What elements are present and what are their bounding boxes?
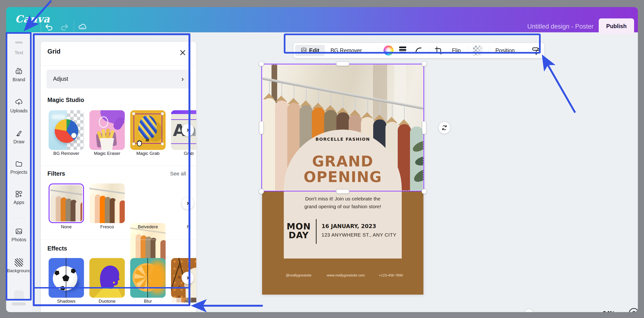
selection-corner-handle[interactable]: [422, 189, 427, 194]
magic-grab-thumb[interactable]: [130, 110, 166, 150]
undo-icon[interactable]: [44, 22, 54, 32]
toolbar-divider: [489, 46, 489, 55]
effect-label: Auto: [171, 299, 196, 304]
poster-subtitle[interactable]: Don't miss it! Join us celebrate the gra…: [284, 195, 402, 210]
poster-footer-handle[interactable]: @reallygreatsite: [280, 273, 318, 277]
curve-icon[interactable]: [414, 46, 423, 55]
bg-remover-label: BG Remover: [330, 48, 362, 54]
selection-corner-handle[interactable]: [259, 189, 264, 194]
sidebar-item-text[interactable]: Text: [6, 42, 32, 56]
sidebar-item-draw[interactable]: Draw: [6, 129, 32, 144]
help-button[interactable]: ?: [629, 308, 638, 312]
zoom-level-value[interactable]: 24%: [596, 310, 622, 312]
sidebar-item-photos[interactable]: Photos: [6, 227, 32, 242]
selection-edge-handle-left[interactable]: [259, 121, 264, 134]
sidebar-item-uploads[interactable]: Uploads: [6, 98, 32, 114]
edit-button[interactable]: Edit: [295, 45, 325, 56]
crop-icon[interactable]: [434, 46, 443, 55]
magic-bg-remover-thumb[interactable]: [48, 110, 84, 150]
filters-heading: Filters: [48, 170, 65, 177]
sidebar-item-projects[interactable]: Projects: [6, 160, 32, 175]
flip-button[interactable]: Flip: [452, 43, 461, 58]
topbar-divider: [40, 21, 41, 33]
poster-footer-site[interactable]: www.reallygreatsite.com: [320, 273, 372, 277]
panel-title: Grid: [48, 48, 61, 55]
filter-label: None: [48, 224, 84, 229]
effect-blur-thumb[interactable]: [130, 258, 166, 298]
sidebar-item-label: Projects: [6, 169, 32, 175]
magic-eraser-thumb[interactable]: [90, 110, 125, 150]
top-bar: Canva Untitled design - Poster Publish: [6, 7, 638, 32]
selection-edge-handle-top[interactable]: [336, 62, 349, 66]
effect-duotone-thumb[interactable]: [90, 258, 125, 298]
sidebar-item-label: Background: [6, 268, 32, 273]
effect-label: Duotone: [90, 299, 125, 304]
poster-day-line2: DAY: [282, 231, 315, 240]
sidebar-item-apps[interactable]: Apps: [6, 190, 32, 205]
panel-divider: [41, 65, 196, 66]
redo-icon[interactable]: [60, 22, 69, 32]
magic-item-label: BG Remover: [48, 151, 84, 156]
sidebar-item-label: Brand: [6, 77, 32, 82]
selection-edge-handle-right[interactable]: [422, 121, 426, 134]
toolbar-divider: [429, 46, 429, 55]
image-toolbar: Edit BG Remover Flip Position: [294, 43, 544, 58]
selection-corner-handle[interactable]: [422, 61, 427, 66]
bg-remover-button[interactable]: BG Remover: [330, 43, 362, 58]
selection-corner-handle[interactable]: [259, 61, 264, 66]
poster-brand-text[interactable]: BORCELLE FASHION: [284, 137, 402, 142]
publish-button[interactable]: Publish: [599, 19, 634, 34]
selection-edge-handle-bottom[interactable]: [336, 189, 349, 194]
pencil-icon: [15, 129, 23, 138]
toolbar-divider: [378, 46, 378, 55]
sidebar-item-background[interactable]: Background: [6, 258, 32, 273]
sidebar-item-label: Uploads: [6, 108, 32, 114]
color-wheel-icon[interactable]: [384, 46, 394, 56]
zoom-slider-thumb[interactable]: [525, 309, 533, 312]
folder-icon: [15, 160, 23, 168]
canva-app-window: Canva Untitled design - Poster Publish T…: [6, 7, 638, 312]
poster-canvas[interactable]: BORCELLE FASHION GRAND OPENING Don't mis…: [262, 65, 424, 295]
document-title[interactable]: Untitled design - Poster: [502, 23, 594, 30]
poster-title[interactable]: GRAND OPENING: [284, 154, 402, 185]
scroll-right-button[interactable]: ›: [182, 124, 194, 136]
upload-cloud-icon: [15, 98, 23, 107]
flip-label: Flip: [452, 48, 461, 54]
effect-shadows-thumb[interactable]: [48, 258, 84, 298]
magic-item-label: Magic Eraser: [90, 151, 125, 156]
close-icon[interactable]: [178, 48, 187, 57]
poster-address-text[interactable]: 123 ANYWHERE ST., ANY CITY: [322, 232, 396, 238]
adjust-bars-icon[interactable]: [399, 46, 406, 54]
edit-label: Edit: [309, 48, 319, 54]
scroll-right-button[interactable]: ›: [182, 272, 194, 284]
sidebar-placeholder-tile: [14, 290, 24, 300]
sidebar-divider: [11, 218, 26, 218]
poster-date-text[interactable]: 16 JANUARY, 2023: [322, 223, 376, 229]
filter-label: Belvedere: [130, 224, 166, 229]
panel-divider: [41, 240, 196, 240]
grid-panel: Grid Adjust › Magic Studio: [41, 42, 196, 312]
poster-day-text[interactable]: MON DAY: [282, 222, 315, 240]
sidebar-item-label: Apps: [6, 200, 32, 205]
effects-heading: Effects: [48, 245, 67, 252]
scroll-right-button[interactable]: ›: [182, 197, 194, 209]
adjust-row[interactable]: Adjust ›: [46, 70, 190, 89]
position-button[interactable]: Position: [496, 43, 515, 58]
edit-image-icon: [300, 47, 307, 54]
cloud-status-icon[interactable]: [78, 22, 87, 32]
paint-roller-icon[interactable]: [532, 46, 541, 55]
magic-item-label: Grab: [171, 151, 196, 156]
poster-divider-bar: [316, 219, 316, 244]
filter-none-thumb[interactable]: [48, 183, 84, 223]
sidebar-item-brand[interactable]: co Brand: [6, 67, 32, 82]
poster-subtitle-line1: Don't miss it! Join us celebrate the: [284, 195, 402, 203]
transparency-icon[interactable]: [473, 46, 483, 56]
position-label: Position: [496, 48, 515, 54]
sidebar-scroll-pill[interactable]: [12, 302, 26, 305]
filter-fresco-thumb[interactable]: [90, 183, 125, 223]
rotate-handle[interactable]: [438, 122, 450, 134]
poster-footer-phone[interactable]: +123-456-7890: [372, 273, 410, 277]
effect-label: Blur: [130, 299, 166, 304]
filters-see-all-link[interactable]: See all: [170, 171, 186, 177]
poster-title-line1: GRAND: [284, 154, 402, 169]
